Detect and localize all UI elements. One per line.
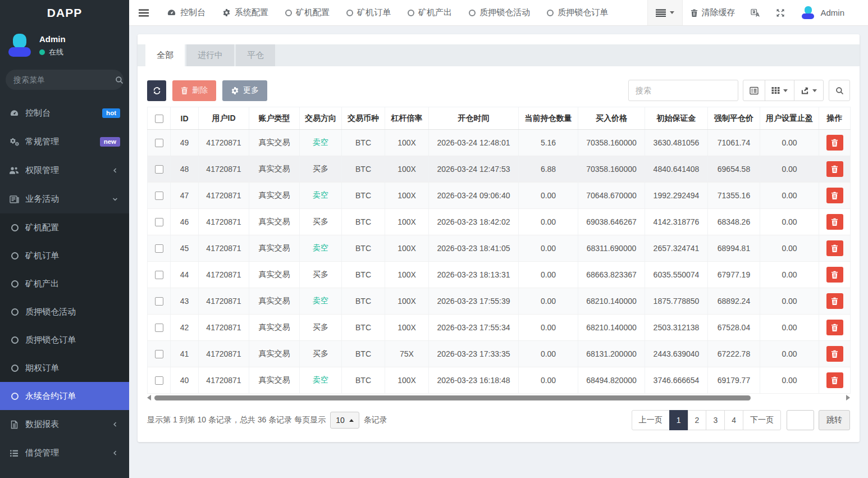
row-checkbox[interactable]	[155, 350, 163, 358]
settings-button[interactable]	[852, 0, 868, 25]
sidebar-subitem-矿机产出[interactable]: 矿机产出	[0, 270, 129, 298]
sidebar-subitem-质押锁仓活动[interactable]: 质押锁仓活动	[0, 298, 129, 326]
cell-buy-price: 70358.160000	[578, 156, 645, 183]
gear-icon	[231, 87, 239, 95]
row-checkbox[interactable]	[155, 218, 163, 226]
select-all-checkbox[interactable]	[155, 115, 163, 123]
advanced-search-button[interactable]	[829, 80, 850, 101]
sidebar-subitem-质押锁仓订单[interactable]: 质押锁仓订单	[0, 326, 129, 354]
cell-stop-profit: 0.00	[760, 367, 819, 394]
topnav-item-矿机配置[interactable]: 矿机配置	[277, 0, 338, 25]
tabs-menu-button[interactable]	[647, 0, 683, 25]
sidebar-subitem-永续合约订单[interactable]: 永续合约订单	[0, 382, 129, 410]
row-delete-button[interactable]	[826, 135, 843, 151]
user-name: Admin	[39, 34, 66, 44]
page-prev-button[interactable]: 上一页	[632, 410, 670, 430]
topnav-item-质押锁仓订单[interactable]: 质押锁仓订单	[538, 0, 616, 25]
sidebar-subitem-期权订单[interactable]: 期权订单	[0, 354, 129, 382]
tab-平仓[interactable]: 平仓	[236, 44, 275, 66]
row-delete-button[interactable]	[826, 346, 843, 362]
cell-coin: BTC	[342, 262, 385, 288]
row-checkbox[interactable]	[155, 271, 163, 279]
page-button-3[interactable]: 3	[706, 410, 725, 430]
refresh-button[interactable]	[147, 80, 166, 101]
trash-icon	[831, 244, 838, 252]
row-checkbox[interactable]	[155, 192, 163, 200]
sidebar-item-权限管理[interactable]: 权限管理	[0, 156, 129, 185]
column-header: ID	[171, 107, 199, 130]
sidebar-subitem-矿机订单[interactable]: 矿机订单	[0, 242, 129, 270]
sidebar-item-数据报表[interactable]: 数据报表	[0, 410, 129, 439]
cell-position: 6.88	[519, 156, 578, 183]
topnav-item-系统配置[interactable]: 系统配置	[214, 0, 277, 25]
columns-button[interactable]	[765, 80, 794, 101]
row-checkbox[interactable]	[155, 376, 163, 385]
page-next-button[interactable]: 下一页	[743, 410, 781, 430]
row-checkbox[interactable]	[155, 139, 163, 147]
badge-new: new	[100, 137, 120, 147]
column-header: 当前持仓数量	[519, 107, 578, 130]
detail-view-button[interactable]	[743, 80, 765, 101]
row-checkbox[interactable]	[155, 324, 163, 332]
cell-buy-price: 70358.160000	[578, 130, 645, 156]
row-checkbox[interactable]	[155, 165, 163, 174]
row-delete-button[interactable]	[826, 372, 843, 388]
cell-margin: 2503.312138	[645, 315, 708, 341]
cell-buy-price: 69038.646267	[578, 209, 645, 235]
row-checkbox[interactable]	[155, 297, 163, 306]
cell-direction: 买多	[300, 341, 342, 367]
sidebar-item-partial[interactable]	[0, 467, 129, 478]
column-header: 账户类型	[249, 107, 300, 130]
trash-icon	[831, 350, 838, 358]
sidebar-search-input[interactable]	[13, 75, 115, 84]
hamburger-icon[interactable]	[129, 0, 158, 25]
cell-position: 0.00	[519, 209, 578, 235]
cell-margin: 6035.550074	[645, 262, 708, 288]
jump-page-input[interactable]	[787, 410, 814, 430]
topnav-item-矿机产出[interactable]: 矿机产出	[399, 0, 460, 25]
row-delete-button[interactable]	[826, 320, 843, 335]
refresh-icon	[153, 87, 161, 95]
cell-id: 48	[171, 156, 199, 183]
topnav-item-矿机订单[interactable]: 矿机订单	[338, 0, 399, 25]
circle-icon	[11, 365, 19, 372]
row-checkbox[interactable]	[155, 244, 163, 253]
more-button[interactable]: 更多	[222, 80, 267, 101]
export-button[interactable]	[794, 80, 824, 101]
row-delete-button[interactable]	[826, 267, 843, 283]
admin-menu[interactable]: Admin	[793, 0, 852, 25]
scrollbar-thumb[interactable]	[154, 395, 751, 400]
page-button-4[interactable]: 4	[724, 410, 743, 430]
row-delete-button[interactable]	[826, 161, 843, 177]
circle-icon	[11, 252, 19, 260]
page-size-select[interactable]: 10	[330, 412, 359, 429]
sidebar-item-控制台[interactable]: 控制台hot	[0, 99, 129, 128]
sidebar-item-常规管理[interactable]: 常规管理new	[0, 128, 129, 156]
page-button-2[interactable]: 2	[688, 410, 707, 430]
row-delete-button[interactable]	[826, 293, 843, 309]
sidebar-subitem-矿机配置[interactable]: 矿机配置	[0, 213, 129, 242]
table-search-input[interactable]	[628, 80, 738, 101]
topnav-item-控制台[interactable]: 控制台	[158, 0, 214, 25]
fullscreen-button[interactable]	[768, 0, 793, 25]
header-select-all[interactable]	[148, 107, 171, 130]
scroll-right-arrow-icon[interactable]	[846, 395, 850, 400]
sidebar-item-业务活动[interactable]: 业务活动	[0, 185, 129, 213]
clear-cache-button[interactable]: 清除缓存	[683, 0, 743, 25]
row-delete-button[interactable]	[826, 188, 843, 203]
delete-button[interactable]: 删除	[172, 80, 216, 101]
cell-direction: 买多	[300, 262, 342, 288]
tab-全部[interactable]: 全部	[145, 44, 185, 66]
tab-进行中[interactable]: 进行中	[186, 44, 234, 66]
cell-id: 49	[171, 130, 199, 156]
topnav-item-质押锁仓活动[interactable]: 质押锁仓活动	[460, 0, 538, 25]
page-button-1[interactable]: 1	[669, 410, 688, 430]
cell-coin: BTC	[342, 156, 385, 183]
scroll-left-arrow-icon[interactable]	[147, 395, 151, 400]
sidebar-item-借贷管理[interactable]: 借贷管理	[0, 439, 129, 467]
cell-user-id: 41720871	[199, 209, 249, 235]
row-delete-button[interactable]	[826, 240, 843, 256]
jump-button[interactable]: 跳转	[819, 410, 850, 430]
translate-button[interactable]	[743, 0, 768, 25]
row-delete-button[interactable]	[826, 214, 843, 230]
